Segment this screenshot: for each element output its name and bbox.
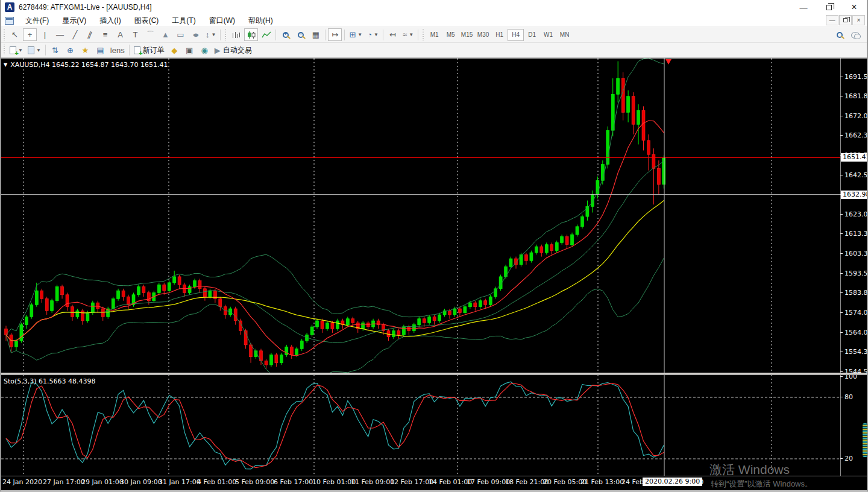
new-order-button[interactable]: +新订单 (132, 44, 166, 57)
period-icon-dropdown-icon[interactable]: ▼ (374, 32, 379, 37)
child-close-button[interactable]: × (852, 15, 865, 25)
autotrade-button[interactable]: ▶自动交易 (213, 44, 254, 57)
new-chart-icon[interactable]: ⊞▼ (347, 28, 364, 41)
equidistant-channel-icon[interactable]: ∥ (83, 28, 97, 41)
horizontal-line-icon[interactable]: — (53, 28, 67, 41)
ellipse-icon[interactable]: ● (189, 28, 203, 41)
indicators-icon-glyph: ≈ (403, 30, 407, 39)
timeframe-D1[interactable]: D1 (524, 29, 540, 41)
menu-item-1[interactable]: 显示(V) (55, 14, 93, 27)
chat-icon[interactable] (851, 32, 861, 38)
fibo-curve-icon[interactable]: ⌒ (143, 28, 157, 41)
candlestick-chart[interactable] (1, 58, 840, 373)
bar-chart-icon[interactable] (229, 28, 243, 41)
menu-item-4[interactable]: 工具(T) (165, 14, 202, 27)
new-chart-button[interactable]: +▼ (8, 44, 25, 57)
navigator-button-glyph: ★ (82, 46, 89, 55)
signals-button-glyph: ◉ (201, 46, 208, 55)
auto-scroll-icon[interactable]: ↦ (328, 28, 342, 41)
rectangle-icon[interactable]: ▭ (174, 28, 187, 41)
menu-item-0[interactable]: 文件(F) (19, 14, 55, 27)
indicators-icon[interactable]: ≈▼ (401, 28, 415, 41)
restore-button[interactable] (816, 0, 841, 14)
scrollbar-thumb[interactable] (863, 423, 867, 457)
indicators-icon-dropdown-icon[interactable]: ▼ (409, 32, 414, 37)
menu-item-2[interactable]: 插入(I) (93, 14, 127, 27)
vertical-line-icon[interactable]: | (38, 28, 52, 41)
timeframe-H1[interactable]: H1 (491, 29, 508, 41)
vertical-line-icon-glyph: | (44, 30, 46, 39)
child-restore-icon (843, 18, 848, 22)
text-icon[interactable]: A (113, 28, 127, 41)
data-window-button[interactable]: ⊕ (63, 44, 77, 57)
stochastic-chart[interactable] (1, 375, 840, 476)
community-button[interactable]: ▣ (183, 44, 197, 57)
child-minimize-button[interactable]: — (826, 15, 838, 25)
line-chart-icon[interactable] (259, 28, 273, 41)
terminal-button[interactable]: ▤ (93, 44, 107, 57)
tile-windows-icon[interactable]: ▦ (309, 28, 322, 41)
new-chart-icon-dropdown-icon[interactable]: ▼ (357, 32, 362, 37)
toolbar-grip[interactable] (2, 45, 6, 55)
timeframe-H4[interactable]: H4 (508, 29, 524, 41)
menu-item-3[interactable]: 图表(C) (128, 14, 166, 27)
child-restore-button[interactable] (839, 15, 852, 25)
window-title: 6278449: ATFXGM1-Live - [XAUUSD,H4] (19, 3, 152, 11)
chart-shift-icon[interactable]: ↤ (386, 28, 400, 41)
profiles-button-dropdown-icon[interactable]: ▼ (36, 48, 41, 53)
timeframe-M1[interactable]: M1 (426, 29, 442, 41)
symbol-dropdown-icon[interactable]: ▼ (4, 62, 7, 68)
search-icon[interactable] (837, 32, 843, 38)
price-axis-label: 1691.55 (844, 73, 867, 81)
price-axis-label: 1662.30 (844, 131, 867, 139)
fibonacci-icon[interactable]: ≡ (98, 28, 112, 41)
toolbar-grip[interactable] (224, 29, 227, 40)
timeframe-M5[interactable]: M5 (442, 29, 459, 41)
period-icon[interactable]: ◔▼ (365, 28, 380, 41)
price-axis-label: 1554.30 (844, 348, 867, 356)
toolbar-grip[interactable] (2, 29, 6, 40)
main-chart-pane[interactable]: ▼ XAUUSD,H4 1645.22 1654.87 1643.70 1651… (1, 58, 867, 373)
menu-item-5[interactable]: 窗口(W) (203, 14, 242, 27)
zoom-out-icon[interactable]: − (294, 28, 307, 41)
close-button[interactable]: × (841, 0, 867, 14)
arrows-icon[interactable]: ↕▼ (204, 28, 218, 41)
time-axis-label: 29 Jan 01:00 (81, 478, 124, 486)
minimize-button[interactable]: — (791, 0, 816, 14)
data-window-button-glyph: ⊕ (67, 46, 74, 55)
zoom-in-icon[interactable]: + (278, 28, 292, 41)
triangle-icon[interactable]: ▲ (159, 28, 172, 41)
toolbar-grip[interactable] (421, 29, 425, 40)
metaeditor-button[interactable]: ◆ (168, 44, 181, 57)
strategy-tester-button[interactable]: lens (108, 44, 127, 57)
time-axis-label: 18 Feb 21:00 (505, 478, 549, 486)
mt4-window: A 6278449: ATFXGM1-Live - [XAUUSD,H4] — … (0, 0, 868, 492)
cursor-icon[interactable]: ↖ (8, 28, 22, 41)
timeframe-M30[interactable]: M30 (475, 29, 491, 41)
menu-item-6[interactable]: 帮助(H) (242, 14, 280, 27)
timeframe-M15[interactable]: M15 (459, 29, 475, 41)
toolbar-separator (325, 30, 326, 40)
trendline-icon[interactable]: ╱ (68, 28, 82, 41)
toolbar-right-icons (837, 27, 861, 42)
restore-icon (826, 5, 832, 10)
toolbar-trading: +▼▼⇅⊕★▤lens+新订单◆▣◉▶自动交易 (1, 43, 867, 58)
market-watch-button[interactable]: ⇅ (48, 44, 62, 57)
chart-area[interactable]: ▼ XAUUSD,H4 1645.22 1654.87 1643.70 1651… (1, 58, 867, 490)
price-axis-label: 1623.05 (844, 210, 867, 218)
text-label-icon[interactable]: T (128, 28, 142, 41)
crosshair-icon[interactable]: + (23, 28, 37, 41)
arrows-icon-dropdown-icon[interactable]: ▼ (212, 32, 216, 37)
candlestick-chart-icon[interactable] (244, 28, 258, 41)
time-axis-label: 30 Jan 09:00 (120, 478, 162, 486)
price-axis[interactable]: 1691.551681.801672.051662.301652.551642.… (840, 58, 867, 373)
signals-button[interactable]: ◉ (198, 44, 212, 57)
navigator-button[interactable]: ★ (78, 44, 92, 57)
new-chart-button-dropdown-icon[interactable]: ▼ (18, 48, 23, 53)
timeframe-MN[interactable]: MN (556, 29, 573, 41)
profiles-button[interactable]: ▼ (26, 44, 43, 57)
time-axis-label: 17 Feb 09:00 (467, 478, 510, 486)
stochastic-pane[interactable]: Sto(5,3,3) 61.5663 48.4398 10080200 (1, 375, 867, 476)
time-axis-label: 4 Feb 01:00 (197, 478, 236, 486)
timeframe-W1[interactable]: W1 (540, 29, 556, 41)
